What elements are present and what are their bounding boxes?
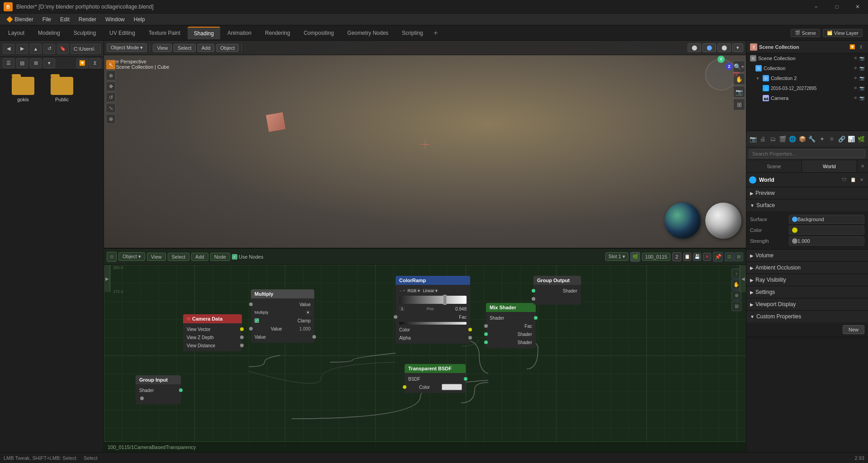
world-tab[interactable]: World [802, 160, 858, 172]
menu-window[interactable]: Window [102, 15, 128, 24]
outliner-sync-button[interactable]: ⊻ [857, 43, 864, 51]
rotate-tool[interactable]: ↺ [106, 92, 116, 102]
color-value[interactable] [789, 226, 864, 235]
viewport-shading-rendered[interactable]: ⬤ [717, 43, 731, 52]
section-custom-props-header[interactable]: ▼ Custom Properties [746, 311, 868, 322]
shader-output[interactable] [534, 316, 538, 320]
section-settings-header[interactable]: ▶ Settings [746, 286, 868, 298]
shader2-input[interactable] [484, 340, 488, 344]
select-tool[interactable]: ↖ [106, 60, 116, 70]
blend-mode-select[interactable]: ▾ [306, 310, 311, 315]
path-bar[interactable]: C:\Users\ [71, 44, 101, 54]
section-volume-header[interactable]: ▶ Volume [746, 250, 868, 261]
prop-constraints-button[interactable]: 🔗 [838, 134, 846, 145]
add-button[interactable]: Add [198, 44, 215, 52]
node-transparent-bsdf[interactable]: Transparent BSDF BSDF Color [405, 364, 466, 393]
prop-world-button[interactable]: 🌐 [788, 134, 797, 145]
viewport-shading-solid[interactable]: ⬤ [688, 43, 701, 52]
fac-input[interactable] [484, 324, 488, 328]
tab-animation[interactable]: Animation [221, 27, 258, 39]
prop-physics-button[interactable]: ⚛ [828, 134, 836, 145]
node-group-input[interactable]: Group Input Shader [136, 375, 181, 404]
material-icon[interactable]: 🌿 [630, 252, 640, 262]
close-world-tab[interactable]: ✕ [857, 160, 868, 172]
minimize-button[interactable]: − [806, 0, 826, 14]
node-add-button[interactable]: Add [191, 253, 208, 261]
scene-tab[interactable]: Scene [746, 160, 802, 172]
section-viewport-header[interactable]: ▶ Viewport Display [746, 298, 868, 310]
menu-blender[interactable]: 🔶 Blender [3, 15, 37, 24]
transform-tool[interactable]: ⊕ [106, 114, 116, 124]
eye-icon[interactable]: 👁 [854, 86, 858, 90]
node-node-button[interactable]: Node [210, 253, 230, 261]
tab-layout[interactable]: Layout [2, 27, 31, 39]
maximize-button[interactable]: □ [826, 0, 847, 14]
section-ray-header[interactable]: ▶ Ray Visibility [746, 274, 868, 286]
outliner-item-collection[interactable]: ⊞ Collection 👁 📷 [746, 63, 868, 73]
filter-button[interactable]: 🔽 [76, 58, 88, 68]
tab-geometry-nodes[interactable]: Geometry Nodes [341, 27, 395, 39]
node-object-button[interactable]: Object ▾ [118, 252, 145, 261]
view-list-alt-button[interactable]: ▤ [16, 58, 28, 68]
ne-layout-split[interactable]: ⊞ [734, 252, 743, 261]
tab-rendering[interactable]: Rendering [259, 27, 296, 39]
material-preview-sphere[interactable] [705, 203, 741, 239]
view-toggle-button[interactable]: ▾ [43, 58, 55, 68]
prop-particles-button[interactable]: ✦ [818, 134, 826, 145]
camera-button[interactable]: 📷 [733, 86, 745, 98]
move-tool[interactable]: ✥ [106, 81, 116, 91]
add-workspace-button[interactable]: + [430, 28, 441, 38]
tab-scripting[interactable]: Scripting [396, 27, 429, 39]
alpha-output[interactable] [468, 336, 472, 340]
prop-view-layer-button[interactable]: 🗂 [769, 134, 777, 145]
object-button[interactable]: Object [216, 44, 239, 52]
new-material-data-button[interactable]: 📋 [683, 253, 691, 261]
unlink-material-button[interactable]: ✕ [703, 253, 711, 261]
close-button[interactable]: ✕ [847, 0, 868, 14]
outliner-item-scene-collection[interactable]: ⊞ Scene Collection 👁 📷 [746, 53, 868, 63]
outliner-item-camera[interactable]: 📷 Camera 👁 📷 [746, 93, 868, 103]
fac-input[interactable] [394, 315, 397, 319]
object-mode-button[interactable]: Object Mode ▾ [107, 43, 147, 52]
surface-value[interactable]: Background [789, 215, 864, 224]
menu-edit[interactable]: Edit [57, 15, 73, 24]
shader1-input[interactable] [484, 332, 488, 336]
ne-right-panel-toggle[interactable]: ◀ [740, 265, 746, 292]
hdri-preview-sphere[interactable] [665, 203, 701, 239]
viewport-display-options[interactable]: ▾ [732, 43, 743, 52]
use-nodes-checkbox[interactable]: ✓ Use Nodes [232, 254, 263, 260]
nav-forward-button[interactable]: ▶ [16, 44, 28, 54]
eye-icon[interactable]: 👁 [854, 66, 858, 71]
value-output-socket[interactable] [312, 335, 316, 339]
material-slot-selector[interactable]: Slot 1 ▾ [605, 252, 628, 261]
prop-object-button[interactable]: 📦 [798, 134, 807, 145]
cam-icon[interactable]: 📷 [859, 96, 864, 100]
nav-refresh-button[interactable]: ↺ [43, 44, 55, 54]
ne-tool-4[interactable]: ⊞ [731, 301, 741, 311]
gizmo-y[interactable]: Y [717, 56, 725, 63]
eye-icon[interactable]: 👁 [854, 96, 858, 100]
view-distance-socket[interactable] [240, 344, 244, 347]
node-view-button[interactable]: View [147, 253, 166, 261]
zoom-in-button[interactable]: 🔍+ [733, 61, 745, 72]
prop-scene-button[interactable]: 🎬 [778, 134, 787, 145]
tab-texture-paint[interactable]: Texture Paint [142, 27, 187, 39]
view-vector-socket[interactable] [240, 327, 244, 331]
view-z-depth-socket[interactable] [240, 335, 244, 339]
tab-modeling[interactable]: Modeling [32, 27, 66, 39]
world-copy[interactable]: 📋 [849, 176, 857, 184]
restrict-render-icon[interactable]: 👁 [854, 56, 858, 61]
view-grid-button[interactable]: ⊞ [30, 58, 42, 68]
bsdf-output[interactable] [464, 377, 467, 381]
ne-left-panel-toggle[interactable]: ▶ [104, 265, 110, 292]
cam-icon[interactable]: 📷 [859, 76, 864, 80]
tab-compositing[interactable]: Compositing [297, 27, 340, 39]
menu-help[interactable]: Help [130, 15, 149, 24]
node-camera-data[interactable]: Camera Data View Vector View Z Depth Vie… [183, 314, 242, 351]
shader-input[interactable] [532, 289, 535, 293]
3d-viewport[interactable]: Object Mode ▾ View Select Add Object ⬤ ⬤… [104, 41, 746, 249]
colorramp-stop[interactable] [443, 295, 447, 305]
section-preview-header[interactable]: ▶ Preview [746, 187, 868, 199]
nav-back-button[interactable]: ◀ [3, 44, 14, 54]
value2-input[interactable] [249, 327, 253, 331]
